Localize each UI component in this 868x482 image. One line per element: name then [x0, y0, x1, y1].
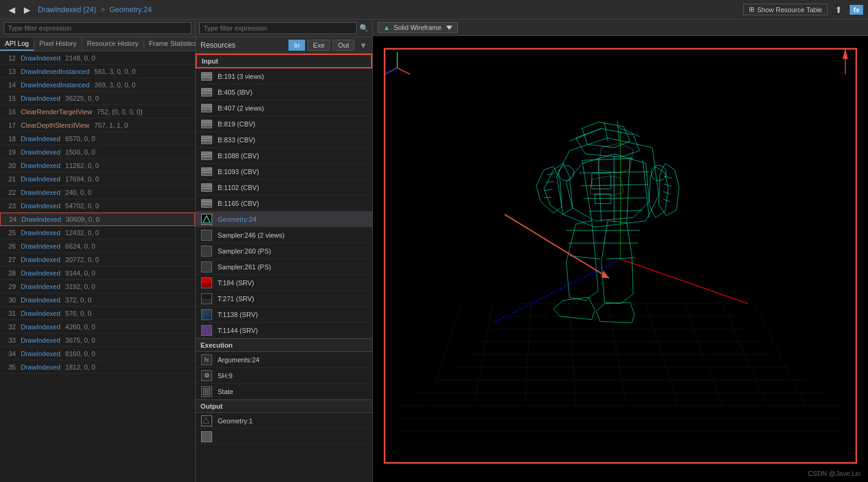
api-row-name: DrawIndexed [21, 95, 61, 102]
api-row[interactable]: 19DrawIndexed1500, 0, 0 [0, 145, 195, 159]
tab-api-log[interactable]: API Log [0, 37, 34, 51]
tab-pixel-history[interactable]: Pixel History [34, 37, 82, 51]
api-row[interactable]: 21DrawIndexed17694, 0, 0 [0, 172, 195, 186]
api-row-name: DrawIndexed [21, 323, 61, 330]
resource-item[interactable]: Geometry:24 [196, 211, 372, 227]
resource-item[interactable]: B:1102 (CBV) [196, 180, 372, 195]
api-row[interactable]: 30DrawIndexed372, 0, 0 [0, 293, 195, 307]
resource-item[interactable]: B:405 (IBV) [196, 84, 372, 100]
left-filter-input[interactable] [4, 22, 191, 34]
resource-icon [200, 415, 213, 427]
exe-button[interactable]: Exe [307, 40, 330, 51]
api-row[interactable]: 12DrawIndexed2148, 0, 0 [0, 51, 195, 65]
api-row[interactable]: 14DrawIndexedInstanced369, 3, 0, 0, 0 [0, 78, 195, 92]
tab-resource-history[interactable]: Resource History [82, 37, 144, 51]
api-row-name: DrawIndexedInstanced [21, 81, 90, 89]
api-row-params: 240, 0, 0 [65, 189, 92, 196]
api-row-name: DrawIndexed [21, 229, 61, 236]
api-row-params: 9144, 0, 0 [65, 269, 95, 277]
svg-marker-75 [590, 176, 623, 195]
api-row-name: DrawIndexed [21, 256, 61, 263]
api-row[interactable]: 35DrawIndexed1812, 0, 0 [0, 360, 195, 374]
resource-item[interactable]: T:271 (SRV) [196, 291, 372, 307]
left-panel: API Log Pixel History Resource History F… [0, 20, 196, 482]
api-row-params: 757, 1, 1, 0 [94, 122, 128, 129]
resource-item[interactable]: fxArguments:24 [196, 352, 372, 368]
api-row-params: 8160, 0, 0 [65, 350, 95, 357]
tab-frame-statistics[interactable]: Frame Statistics [144, 37, 203, 51]
resource-item[interactable]: Sampler:260 (PS) [196, 243, 372, 259]
api-row[interactable]: 16ClearRenderTargetView752, {0, 0, 0, 0} [0, 105, 195, 119]
api-row[interactable]: 20DrawIndexed11262, 0, 0 [0, 159, 195, 172]
resource-item[interactable]: T:184 (SRV) [196, 275, 372, 291]
resource-item-label: State [218, 388, 234, 395]
api-row[interactable]: 18DrawIndexed6570, 0, 0 [0, 132, 195, 145]
api-row[interactable]: 33DrawIndexed3675, 0, 0 [0, 334, 195, 347]
filter-button[interactable]: ▼ [359, 41, 367, 50]
api-row-num: 15 [4, 95, 16, 102]
api-row[interactable]: 34DrawIndexed8160, 0, 0 [0, 347, 195, 360]
forward-button[interactable]: ▶ [20, 4, 34, 16]
api-row[interactable]: 29DrawIndexed3192, 0, 0 [0, 280, 195, 293]
api-row-params: 36225, 0, 0 [65, 95, 99, 102]
resource-item[interactable]: B:819 (CBV) [196, 116, 372, 132]
api-row[interactable]: 31DrawIndexed576, 0, 0 [0, 307, 195, 320]
api-row[interactable]: 15DrawIndexed36225, 0, 0 [0, 92, 195, 105]
resource-item[interactable]: B:1093 (CBV) [196, 164, 372, 180]
resource-item[interactable]: B:191 (3 views) [196, 68, 372, 84]
api-row-params: 30609, 0, 0 [66, 216, 100, 223]
middle-filter-bar: 🔍 [196, 20, 372, 37]
api-row-num: 17 [4, 122, 16, 129]
resource-item[interactable]: B:1088 (CBV) [196, 148, 372, 164]
out-button[interactable]: Out [333, 40, 355, 51]
api-row[interactable]: 25DrawIndexed12432, 0, 0 [0, 226, 195, 239]
resource-item[interactable]: B:833 (CBV) [196, 132, 372, 148]
resource-item[interactable]: B:407 (2 views) [196, 100, 372, 116]
3d-viewport-svg [373, 36, 868, 482]
api-row-num: 29 [4, 283, 16, 290]
resource-icon [200, 166, 213, 178]
api-row[interactable]: 26DrawIndexed6624, 0, 0 [0, 239, 195, 253]
viewport-mode-button[interactable]: ▲ Solid Wireframe [378, 22, 458, 33]
fx-button[interactable]: fx [850, 5, 863, 15]
api-row[interactable]: 17ClearDepthStencilView757, 1, 1, 0 [0, 119, 195, 132]
resource-item-label: T:271 (SRV) [218, 295, 254, 302]
api-row[interactable]: 24DrawIndexed30609, 0, 0 [0, 213, 195, 226]
resource-item[interactable]: T:1138 (SRV) [196, 307, 372, 323]
resource-item[interactable]: T:1144 (SRV) [196, 323, 372, 338]
api-row-params: 54702, 0, 0 [65, 202, 99, 210]
resource-item-label: T:1138 (SRV) [218, 311, 258, 318]
resource-item[interactable]: Sampler:246 (2 views) [196, 227, 372, 243]
resource-list: InputB:191 (3 views)B:405 (IBV)B:407 (2 … [196, 54, 372, 482]
api-row-name: DrawIndexed [21, 54, 61, 62]
api-row[interactable]: 27DrawIndexed20772, 0, 0 [0, 253, 195, 266]
resource-item-label: B:191 (3 views) [218, 73, 264, 80]
resource-icon [200, 86, 213, 98]
resource-item[interactable] [196, 429, 372, 445]
api-row[interactable]: 22DrawIndexed240, 0, 0 [0, 186, 195, 199]
resource-item[interactable]: ⚙SH:9 [196, 368, 372, 384]
api-row-num: 24 [4, 216, 17, 223]
search-button[interactable]: 🔍 [359, 24, 369, 32]
resource-item[interactable]: B:1165 (CBV) [196, 195, 372, 211]
resource-icon [200, 150, 213, 162]
resource-item[interactable]: Geometry:1 [196, 413, 372, 429]
api-row-name: ClearDepthStencilView [21, 122, 89, 129]
api-row-params: 6624, 0, 0 [65, 243, 95, 250]
resource-item[interactable]: Sampler:261 (PS) [196, 259, 372, 275]
resource-icon [200, 102, 213, 114]
viewport-toolbar: ▲ Solid Wireframe [373, 20, 868, 36]
resource-item-label: SH:9 [218, 372, 232, 379]
in-button[interactable]: In [289, 40, 305, 51]
api-row[interactable]: 32DrawIndexed4260, 0, 0 [0, 320, 195, 334]
resource-item[interactable]: State [196, 384, 372, 400]
middle-filter-input[interactable] [199, 22, 357, 34]
show-resource-table-button[interactable]: ⊞ Show Resource Table [743, 4, 828, 15]
api-row[interactable]: 13DrawIndexedInstanced561, 3, 0, 0, 0 [0, 65, 195, 78]
export-button[interactable]: ⬆ [833, 4, 845, 16]
api-row-num: 19 [4, 148, 16, 156]
back-button[interactable]: ◀ [5, 4, 19, 16]
api-row[interactable]: 28DrawIndexed9144, 0, 0 [0, 266, 195, 280]
api-row[interactable]: 23DrawIndexed54702, 0, 0 [0, 199, 195, 213]
api-row-params: 17694, 0, 0 [65, 175, 99, 183]
